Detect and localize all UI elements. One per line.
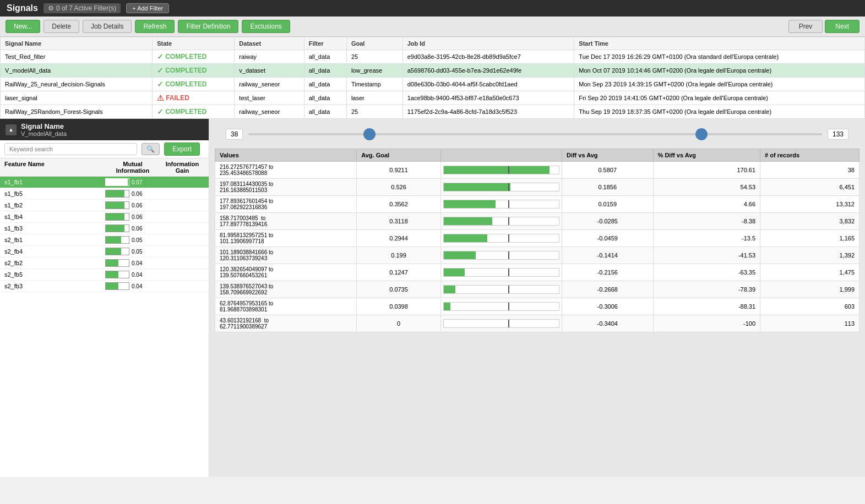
feature-row[interactable]: s1_fb3 0.06 <box>0 223 209 234</box>
search-input[interactable] <box>4 143 137 155</box>
mi-bar-empty <box>121 248 128 255</box>
cell-avg-goal: 0.2944 <box>357 230 441 247</box>
cell-start-time: Mon Sep 23 2019 14:39:15 GMT+0200 (Ora l… <box>574 78 865 91</box>
cell-goal: 25 <box>346 105 402 119</box>
cell-range: 43.60132192168 to 62.7711900389627 <box>215 315 357 332</box>
add-filter-button[interactable]: + Add Filter <box>126 3 169 13</box>
cell-pct-diff: -8.38 <box>653 213 760 230</box>
mi-bar-empty <box>124 225 128 232</box>
cell-avg-goal: 0.1247 <box>357 264 441 281</box>
new-button[interactable]: New... <box>6 20 40 33</box>
mi-bar-empty <box>118 260 128 266</box>
bottom-section: ▲ Signal Name V_modelAll_data 🔍 Export F… <box>0 119 865 477</box>
feature-row[interactable]: s1_fb5 0.06 <box>0 188 209 200</box>
cell-records: 13,312 <box>760 196 859 213</box>
cell-diff: 0.1856 <box>562 179 653 196</box>
signal-name-label: Signal Name <box>21 122 67 130</box>
feature-name: s1_fb4 <box>4 213 105 220</box>
feature-name: s2_fb5 <box>4 271 105 278</box>
slider-right-handle[interactable] <box>695 128 708 140</box>
app-header: Signals ⚙ 0 of 7 Active Filter(s) + Add … <box>0 0 865 17</box>
refresh-button[interactable]: Refresh <box>135 20 175 33</box>
signal-table: Signal Name State Dataset Filter Goal Jo… <box>0 37 865 119</box>
feature-row[interactable]: s2_fb5 0.04 <box>0 269 209 281</box>
mi-bar-wrapper <box>105 224 129 232</box>
col-records: # of records <box>760 149 859 162</box>
mi-bar-fill <box>106 225 124 232</box>
cell-job-id: a5698760-dd03-455e-b7ea-29d1e62e49fe <box>402 64 574 78</box>
nav-group: Prev Next <box>788 20 859 33</box>
cell-range: 197.083114430035 to 216.163885011503 <box>215 179 357 196</box>
next-button[interactable]: Next <box>825 20 859 33</box>
feature-row[interactable]: s1_fb1 0.07 <box>0 177 209 188</box>
delete-button[interactable]: Delete <box>43 20 79 33</box>
col-values: Values <box>215 149 357 162</box>
mi-bar-wrapper <box>105 178 129 186</box>
cell-state: ✓ COMPLETED <box>153 78 235 91</box>
mi-bar-empty <box>118 283 128 289</box>
cell-signal-name: RailWay_25_neural_decision-Signals <box>1 78 153 91</box>
filter-icon: ⚙ <box>48 4 54 12</box>
data-table-row: 101.189038841666 to 120.311063739243 0.1… <box>215 247 859 264</box>
table-row[interactable]: RailWay_25Random_Forest-Signals ✓ COMPLE… <box>1 105 865 119</box>
job-details-button[interactable]: Job Details <box>83 20 132 33</box>
cell-goal: Timestamp <box>346 78 402 91</box>
feature-name: s1_fb5 <box>4 190 105 197</box>
data-table-row: 81.9958132957251 to 101.13906997718 0.29… <box>215 230 859 247</box>
app-title: Signals <box>7 3 38 13</box>
export-button[interactable]: Export <box>164 143 200 156</box>
cell-dataset: v_dataset <box>235 64 304 78</box>
cell-diff: -0.3006 <box>562 298 653 315</box>
feature-row[interactable]: s1_fb2 0.06 <box>0 200 209 211</box>
cell-avg-goal: 0.9211 <box>357 162 441 179</box>
left-panel: ▲ Signal Name V_modelAll_data 🔍 Export F… <box>0 119 209 477</box>
cell-diff: -0.0459 <box>562 230 653 247</box>
cell-records: 1,475 <box>760 264 859 281</box>
cell-bar <box>440 213 562 230</box>
col-filter: Filter <box>304 37 346 50</box>
feature-name: s2_fb2 <box>4 260 105 266</box>
cell-goal: 25 <box>346 50 402 64</box>
cell-diff: -0.1414 <box>562 247 653 264</box>
filter-definition-button[interactable]: Filter Definition <box>178 20 238 33</box>
feature-row[interactable]: s2_fb2 0.04 <box>0 258 209 269</box>
table-row[interactable]: Test_Red_filter ✓ COMPLETED raiway all_d… <box>1 50 865 64</box>
data-table-row: 139.538976527043 to 158.709669922692 0.0… <box>215 281 859 298</box>
cell-job-id: 1ace98bb-9400-4f53-bf87-e18a50e0c673 <box>402 91 574 105</box>
feature-row[interactable]: s1_fb4 0.06 <box>0 211 209 223</box>
feature-row[interactable]: s2_fb1 0.05 <box>0 234 209 246</box>
prev-button[interactable]: Prev <box>788 20 823 33</box>
col-pct-diff: % Diff vs Avg <box>653 149 760 162</box>
cell-pct-diff: 54.53 <box>653 179 760 196</box>
feature-row[interactable]: s2_fb4 0.05 <box>0 246 209 258</box>
data-table: Values Avg. Goal Diff vs Avg % Diff vs A… <box>215 149 859 332</box>
mi-bar-container: 0.05 <box>105 236 160 244</box>
mi-bar-empty <box>124 213 128 220</box>
table-row[interactable]: V_modelAll_data ✓ COMPLETED v_dataset al… <box>1 64 865 78</box>
slider-track[interactable] <box>248 133 822 135</box>
cell-avg-goal: 0.0398 <box>357 298 441 315</box>
cell-diff: 0.0159 <box>562 196 653 213</box>
feature-row[interactable]: s2_fb3 0.04 <box>0 281 209 292</box>
col-dataset: Dataset <box>235 37 304 50</box>
cell-state: ✓ COMPLETED <box>153 64 235 78</box>
cell-bar <box>440 196 562 213</box>
table-row[interactable]: laser_signal ⚠ FAILED test_laser all_dat… <box>1 91 865 105</box>
search-button[interactable]: 🔍 <box>142 143 160 155</box>
table-row[interactable]: RailWay_25_neural_decision-Signals ✓ COM… <box>1 78 865 91</box>
feature-name: s2_fb1 <box>4 237 105 243</box>
feature-name: s2_fb4 <box>4 248 105 255</box>
slider-left-handle[interactable] <box>363 128 376 140</box>
exclusions-button[interactable]: Exclusions <box>242 20 290 33</box>
cell-job-id: 1175ef2d-2c9a-4a86-8cfd-7a18d3c5f523 <box>402 105 574 119</box>
ig-col-header: Information Gain <box>160 161 204 174</box>
mi-value: 0.05 <box>132 237 147 243</box>
data-table-header: Values Avg. Goal Diff vs Avg % Diff vs A… <box>215 149 859 162</box>
mi-bar-fill <box>106 248 121 255</box>
toolbar: New... Delete Job Details Refresh Filter… <box>0 17 865 37</box>
mi-bar-wrapper <box>105 201 129 209</box>
mi-bar-wrapper <box>105 213 129 221</box>
mi-bar-container: 0.05 <box>105 248 160 255</box>
cell-diff: -0.2668 <box>562 281 653 298</box>
cell-start-time: Fri Sep 20 2019 14:41:05 GMT+0200 (Ora l… <box>574 91 865 105</box>
